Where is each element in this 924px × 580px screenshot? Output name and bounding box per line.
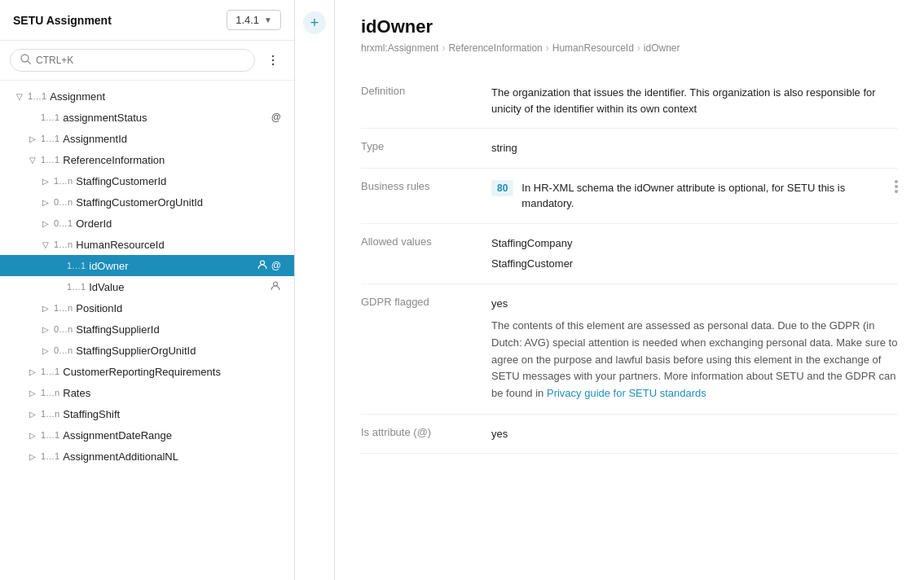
search-input[interactable] (36, 55, 244, 66)
svg-point-2 (272, 55, 275, 58)
breadcrumb-crumb-1: hrxml:Assignment (361, 42, 438, 54)
gdpr-flagged-value: yes (491, 296, 898, 312)
svg-point-6 (274, 282, 278, 286)
dot-3 (895, 190, 898, 193)
tree-item-idowner[interactable]: 1…1 idOwner @ (0, 255, 294, 276)
tree-item-staffingsupplierorgunitid[interactable]: ▷ 0…n StaffingSupplierOrgUnitId (0, 340, 294, 361)
add-button[interactable]: + (303, 11, 326, 34)
breadcrumb-crumb-4: idOwner (644, 42, 680, 54)
tree-item-positionid[interactable]: ▷ 1…n PositionId (0, 297, 294, 319)
tree-item-staffingcustomerorgunitid[interactable]: ▷ 0…n StaffingCustomerOrgUnitId (0, 191, 294, 213)
dot-2 (895, 185, 898, 188)
tree-item-staffingcustomerid[interactable]: ▷ 1…n StaffingCustomerId (0, 170, 294, 191)
isattribute-row: Is attribute (@) yes (361, 414, 898, 454)
type-value: string (491, 129, 898, 169)
version-label: 1.4.1 (235, 14, 259, 26)
gdpr-description: The contents of this element are assesse… (491, 318, 898, 402)
expand-staffingcustomerorgunitid-icon[interactable]: ▷ (39, 196, 52, 209)
expand-assignmentid-icon[interactable]: ▷ (26, 132, 39, 145)
breadcrumb: hrxml:Assignment › ReferenceInformation … (361, 42, 898, 54)
allowedvalues-cell: StaffingCompany StaffingCustomer (491, 223, 898, 283)
left-header: SETU Assignment 1.4.1 ▼ (0, 0, 294, 41)
tree-item-customerreportingrequirements[interactable]: ▷ 1…1 CustomerReportingRequirements (0, 361, 294, 382)
search-input-wrap[interactable] (10, 49, 255, 72)
expand-orderid-icon[interactable]: ▷ (39, 217, 52, 230)
svg-point-3 (272, 59, 275, 62)
tree-item-staffingsupplierid[interactable]: ▷ 0…n StaffingSupplierId (0, 319, 294, 340)
gdpr-label: GDPR flagged (361, 283, 491, 414)
expand-staffingsupplierorgunitid-icon[interactable]: ▷ (39, 344, 52, 357)
isattribute-value: yes (491, 414, 898, 454)
allowedvalues-label: Allowed values (361, 223, 491, 283)
gdpr-cell: yes The contents of this element are ass… (491, 283, 898, 414)
tree-item-assignment[interactable]: ▽ 1…1 Assignment (0, 86, 294, 107)
allowed-values-list: StaffingCompany StaffingCustomer (491, 235, 898, 272)
expand-customerreportingrequirements-icon[interactable]: ▷ (26, 365, 39, 378)
expand-staffingsupplierid-icon[interactable]: ▷ (39, 323, 52, 336)
expand-rates-icon[interactable]: ▷ (26, 386, 39, 399)
right-panel: idOwner hrxml:Assignment › ReferenceInfo… (335, 0, 924, 580)
search-bar (0, 41, 294, 81)
detail-title: idOwner (361, 16, 898, 37)
privacy-guide-link[interactable]: Privacy guide for SETU standards (547, 387, 706, 399)
person-icon (257, 259, 268, 273)
breadcrumb-sep-1: › (442, 42, 445, 54)
expand-positionid-icon[interactable]: ▷ (39, 301, 52, 314)
gdpr-row: GDPR flagged yes The contents of this el… (361, 283, 898, 414)
at-icon-selected: @ (271, 260, 281, 271)
allowedvalues-row: Allowed values StaffingCompany StaffingC… (361, 223, 898, 283)
left-panel-title: SETU Assignment (13, 14, 112, 27)
rule-badge: 80 (491, 180, 513, 196)
expand-staffingcustomerid-icon[interactable]: ▷ (39, 174, 52, 187)
allowed-value-2: StaffingCustomer (491, 256, 898, 272)
left-panel: SETU Assignment 1.4.1 ▼ ▽ (0, 0, 295, 580)
search-icon (20, 54, 31, 67)
chevron-down-icon: ▼ (264, 15, 272, 24)
expand-referenceinformation-icon[interactable]: ▽ (26, 153, 39, 166)
isattribute-label: Is attribute (@) (361, 414, 491, 454)
expand-assignment-icon[interactable]: ▽ (13, 90, 26, 103)
businessrules-cell: 80 In HR-XML schema the idOwner attribut… (491, 168, 898, 223)
businessrules-row: Business rules 80 In HR-XML schema the i… (361, 168, 898, 223)
definition-label: Definition (361, 73, 491, 129)
add-button-wrap: + (295, 0, 335, 580)
tree-item-assignmentstatus[interactable]: 1…1 assignmentStatus @ (0, 107, 294, 128)
svg-point-5 (260, 261, 264, 265)
expand-assignmentdaterange-icon[interactable]: ▷ (26, 428, 39, 442)
svg-line-1 (28, 61, 31, 64)
person-icon-idvalue (270, 280, 281, 294)
tree-item-idvalue[interactable]: 1…1 IdValue (0, 276, 294, 297)
expand-assignmentadditionalnl-icon[interactable]: ▷ (26, 450, 39, 463)
tree-item-staffingshift[interactable]: ▷ 1…n StaffingShift (0, 403, 294, 424)
breadcrumb-sep-3: › (637, 42, 640, 54)
definition-value: The organization that issues the identif… (491, 73, 898, 129)
businessrules-label: Business rules (361, 168, 491, 223)
expand-staffingshift-icon[interactable]: ▷ (26, 407, 39, 420)
tree-item-assignmentid[interactable]: ▷ 1…1 AssignmentId (0, 128, 294, 149)
dot-1 (895, 180, 898, 183)
expand-humanresourceid-icon[interactable]: ▽ (39, 238, 52, 251)
version-selector[interactable]: 1.4.1 ▼ (227, 10, 281, 30)
type-label: Type (361, 129, 491, 169)
more-options-button[interactable] (262, 49, 284, 72)
tree-item-humanresourceid[interactable]: ▽ 1…n HumanResourceId (0, 234, 294, 255)
tree-item-orderid[interactable]: ▷ 0…1 OrderId (0, 213, 294, 234)
type-row: Type string (361, 129, 898, 169)
definition-row: Definition The organization that issues … (361, 73, 898, 129)
tree-item-referenceinformation[interactable]: ▽ 1…1 ReferenceInformation (0, 149, 294, 170)
business-rule-row: 80 In HR-XML schema the idOwner attribut… (491, 180, 898, 212)
at-icon: @ (271, 112, 281, 123)
tree: ▽ 1…1 Assignment 1…1 assignmentStatus @ … (0, 81, 294, 580)
svg-point-4 (272, 64, 275, 66)
rule-more-button[interactable] (895, 180, 898, 193)
breadcrumb-crumb-2: ReferenceInformation (448, 42, 542, 54)
tree-item-assignmentdaterange[interactable]: ▷ 1…1 AssignmentDateRange (0, 424, 294, 446)
rule-text: In HR-XML schema the idOwner attribute i… (521, 180, 887, 212)
breadcrumb-crumb-3: HumanResourceId (552, 42, 634, 54)
tree-item-rates[interactable]: ▷ 1…n Rates (0, 382, 294, 403)
detail-table: Definition The organization that issues … (361, 73, 898, 454)
tree-item-assignmentadditionalnl[interactable]: ▷ 1…1 AssignmentAdditionalNL (0, 446, 294, 467)
breadcrumb-sep-2: › (546, 42, 549, 54)
allowed-value-1: StaffingCompany (491, 235, 898, 252)
